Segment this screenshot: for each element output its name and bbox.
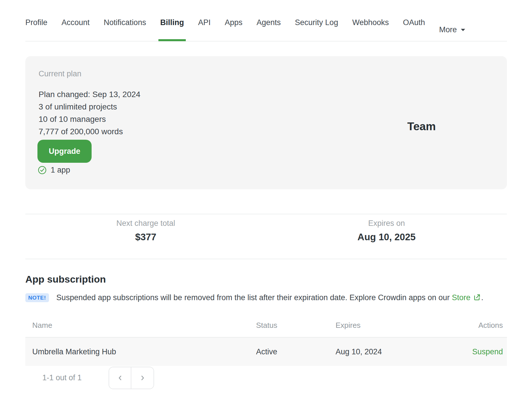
tab-apps[interactable]: Apps	[225, 18, 243, 41]
tab-agents[interactable]: Agents	[257, 18, 281, 41]
tab-security-log[interactable]: Security Log	[295, 18, 338, 41]
suspend-action-link[interactable]: Suspend	[472, 347, 503, 356]
tab-notifications[interactable]: Notifications	[104, 18, 146, 41]
check-circle-icon	[38, 166, 46, 174]
next-charge-value: $377	[25, 232, 266, 243]
header-status: Status	[256, 321, 336, 330]
chevron-right-icon	[139, 374, 146, 382]
next-page-button[interactable]	[131, 367, 154, 389]
tab-account[interactable]: Account	[62, 18, 90, 41]
current-plan-label: Current plan	[39, 69, 82, 78]
note-line: NOTE! Suspended app subscriptions will b…	[25, 293, 515, 302]
note-text-after: .	[481, 293, 483, 302]
pagination-controls	[109, 367, 154, 389]
store-link[interactable]: Store	[452, 293, 471, 302]
expires-on-label: Expires on	[266, 219, 507, 228]
next-charge-block: Next charge total $377	[25, 214, 266, 259]
app-subscription-heading: App subscription	[25, 273, 106, 285]
note-text: Suspended app subscriptions will be remo…	[56, 293, 483, 302]
managers-usage-line: 10 of 10 managers	[39, 113, 140, 125]
header-expires: Expires	[336, 321, 422, 330]
current-plan-card: Current plan Plan changed: Sep 13, 2024 …	[25, 56, 507, 189]
tab-api[interactable]: API	[198, 18, 211, 41]
apps-count-label: 1 app	[51, 166, 70, 175]
words-usage-line: 7,777 of 200,000 words	[39, 125, 140, 138]
subscriptions-table: Name Status Expires Actions Umbrella Mar…	[25, 313, 507, 366]
cell-expires: Aug 10, 2024	[336, 347, 422, 356]
tab-more-label: More	[439, 25, 457, 35]
billing-summary: Next charge total $377 Expires on Aug 10…	[25, 214, 507, 259]
header-name: Name	[25, 321, 256, 330]
tab-billing[interactable]: Billing	[160, 18, 184, 41]
chevron-left-icon	[116, 374, 124, 382]
projects-usage-line: 3 of unlimited projects	[39, 101, 140, 113]
expires-on-value: Aug 10, 2025	[266, 232, 507, 243]
upgrade-button[interactable]: Upgrade	[37, 140, 92, 163]
settings-tabs: Profile Account Notifications Billing AP…	[25, 0, 507, 41]
apps-count-line: 1 app	[38, 166, 70, 175]
header-actions: Actions	[422, 321, 507, 330]
tab-profile[interactable]: Profile	[25, 18, 48, 41]
plan-usage-lines: Plan changed: Sep 13, 2024 3 of unlimite…	[39, 88, 140, 138]
plan-changed-line: Plan changed: Sep 13, 2024	[39, 88, 140, 101]
external-link-icon[interactable]	[473, 294, 481, 301]
table-header-row: Name Status Expires Actions	[25, 313, 507, 337]
expires-on-block: Expires on Aug 10, 2025	[266, 214, 507, 259]
tab-oauth[interactable]: OAuth	[403, 18, 425, 41]
next-charge-label: Next charge total	[25, 219, 266, 228]
tab-webhooks[interactable]: Webhooks	[352, 18, 389, 41]
tab-more[interactable]: More	[439, 18, 466, 41]
cell-status: Active	[256, 347, 336, 356]
table-row: Umbrella Marketing Hub Active Aug 10, 20…	[25, 337, 507, 366]
plan-name: Team	[407, 120, 436, 133]
pagination-range-label: 1-1 out of 1	[42, 373, 82, 382]
cell-app-name: Umbrella Marketing Hub	[25, 347, 256, 356]
chevron-down-icon	[461, 29, 465, 32]
previous-page-button[interactable]	[109, 367, 131, 389]
note-badge: NOTE!	[25, 293, 49, 302]
note-text-before: Suspended app subscriptions will be remo…	[56, 293, 452, 302]
